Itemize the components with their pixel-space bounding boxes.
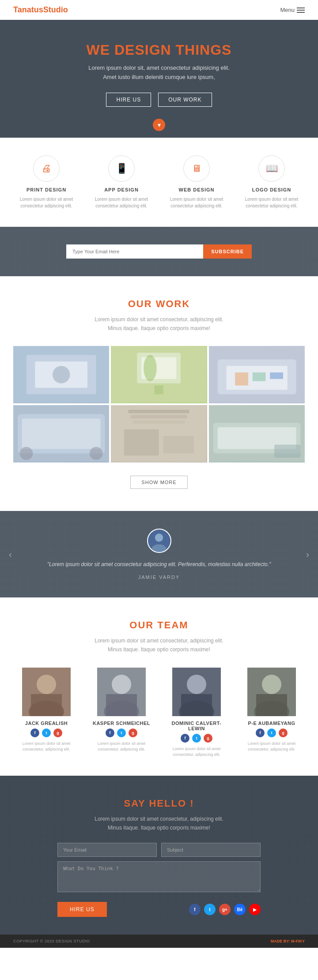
twitter-icon[interactable]: t (117, 728, 126, 737)
contact-hire-button[interactable]: HIRE US (57, 902, 107, 917)
hero-section: WE DESIGN THINGS Lorem ipsum dolor sit, … (0, 20, 318, 138)
logo-design-icon: 📖 (258, 155, 285, 182)
our-work-section: OUR WORK Lorem ipsum dolor sit amet cons… (0, 276, 318, 511)
subscribe-email-input[interactable] (66, 244, 203, 259)
googleplus-icon[interactable]: g (204, 734, 212, 743)
svg-rect-21 (129, 410, 189, 413)
portfolio-image-1 (13, 346, 109, 403)
twitter-icon[interactable]: t (192, 734, 201, 743)
service-item-logo: 📖 LOGO DESIGN Lorem ipsum dolor sit amet… (241, 155, 303, 209)
logo-text: Tanatus (13, 5, 43, 14)
team-desc-2: Lorem ipsum dolor sit amet consectetur, … (91, 741, 152, 753)
portfolio-item-1[interactable] (13, 346, 109, 403)
footer-social-icons: f t g+ Bē ▶ (189, 904, 261, 915)
svg-rect-25 (163, 436, 194, 454)
facebook-icon[interactable]: f (30, 728, 39, 737)
team-name-4: P-E AUBAMEYANG (241, 721, 303, 726)
contact-googleplus-icon[interactable]: g+ (219, 904, 231, 915)
testimonial-section: ‹ "Lorem ipsum dolor sit amet consectetu… (0, 511, 318, 597)
footer-made-by: MADE BY: M-FIKY (271, 939, 305, 943)
svg-rect-24 (124, 429, 159, 455)
hero-headline-accent: THINGS (176, 42, 232, 58)
our-team-section: OUR TEAM Lorem ipsum dolor sit amet cons… (0, 597, 318, 776)
contact-email-input[interactable] (57, 843, 157, 857)
portfolio-image-6 (209, 405, 305, 462)
portfolio-item-3[interactable] (209, 346, 305, 403)
facebook-icon[interactable]: f (256, 728, 265, 737)
svg-rect-36 (31, 694, 62, 716)
googleplus-icon[interactable]: g (53, 728, 62, 737)
footer-copyright: COPYRIGHT © 2020 DESIGN STUDIO (13, 939, 90, 943)
team-photo-3 (172, 668, 221, 716)
portfolio-image-5 (111, 405, 207, 462)
testimonial-quote: "Lorem ipsum dolor sit amet consectetur … (26, 560, 292, 569)
our-team-description: Lorem ipsum dolor sit amet consectetur, … (13, 636, 305, 654)
team-desc-3: Lorem ipsum dolor sit amet consectetur, … (166, 746, 227, 758)
team-member-4: P-E AUBAMEYANG f t g Lorem ipsum dolor s… (241, 668, 303, 758)
logo-design-title: LOGO DESIGN (252, 187, 292, 192)
svg-rect-23 (133, 421, 186, 424)
show-more-button[interactable]: SHOW MORE (130, 476, 187, 489)
footer: COPYRIGHT © 2020 DESIGN STUDIO MADE BY: … (0, 935, 318, 948)
testimonial-next-button[interactable]: › (306, 549, 309, 559)
our-team-title: OUR TEAM (13, 620, 305, 631)
svg-point-19 (90, 447, 103, 460)
scroll-down-button[interactable] (153, 119, 165, 131)
svg-point-8 (144, 355, 157, 381)
logo: TanatusStudio (13, 5, 68, 15)
hero-headline: WE DESIGN THINGS (87, 42, 232, 58)
team-name-3: DOMINIC CALVERT-LEWIN (166, 721, 227, 731)
contact-youtube-icon[interactable]: ▶ (249, 904, 261, 915)
print-design-desc: Lorem ipsum dolor sit amet consectetur a… (15, 196, 77, 209)
portfolio-image-3 (209, 346, 305, 403)
testimonial-prev-button[interactable]: ‹ (9, 549, 12, 559)
twitter-icon[interactable]: t (267, 728, 276, 737)
hire-us-button[interactable]: HIRE US (106, 93, 151, 107)
contact-facebook-icon[interactable]: f (189, 904, 201, 915)
service-item-app: 📱 APP DESIGN Lorem ipsum dolor sit amet … (91, 155, 152, 209)
services-section: 🖨 PRINT DESIGN Lorem ipsum dolor sit ame… (0, 138, 318, 227)
our-work-title: OUR WORK (13, 298, 305, 310)
twitter-icon[interactable]: t (42, 728, 51, 737)
footer-made-label: MADE BY: (271, 939, 290, 943)
team-desc-1: Lorem ipsum dolor sit amet consectetur, … (15, 741, 77, 753)
contact-behance-icon[interactable]: Bē (234, 904, 246, 915)
testimonial-avatar (147, 529, 171, 553)
form-footer: HIRE US f t g+ Bē ▶ (57, 902, 261, 917)
testimonial-author: JAMIE VARDY (26, 574, 292, 580)
contact-subject-input[interactable] (161, 843, 261, 857)
svg-point-38 (112, 675, 131, 694)
footer-made-accent: M-FIKY (291, 939, 305, 943)
our-work-button[interactable]: OUR WORK (158, 93, 212, 107)
svg-point-31 (155, 534, 163, 542)
svg-rect-22 (131, 415, 187, 419)
web-design-title: WEB DESIGN (179, 187, 215, 192)
svg-rect-7 (155, 386, 163, 394)
contact-twitter-icon[interactable]: t (204, 904, 216, 915)
portfolio-item-2[interactable] (111, 346, 207, 403)
menu-button[interactable]: Menu (280, 7, 305, 13)
portfolio-item-4[interactable] (13, 405, 109, 462)
header: TanatusStudio Menu (0, 0, 318, 20)
facebook-icon[interactable]: f (181, 734, 189, 743)
print-design-title: PRINT DESIGN (26, 187, 66, 192)
googleplus-icon[interactable]: g (129, 728, 137, 737)
print-design-icon: 🖨 (33, 155, 60, 182)
googleplus-icon[interactable]: g (279, 728, 288, 737)
web-design-desc: Lorem ipsum dolor sit amet consectetur a… (166, 196, 227, 209)
contact-title: SAY HELLO ! (13, 798, 305, 809)
subscribe-button[interactable]: SUBSCRIBE (203, 244, 252, 259)
team-photo-4 (247, 668, 296, 716)
contact-message-textarea[interactable] (57, 861, 261, 892)
contact-title-white: SAY (124, 798, 146, 809)
svg-rect-14 (270, 372, 283, 379)
svg-rect-17 (22, 419, 101, 449)
team-member-3: DOMINIC CALVERT-LEWIN f t g Lorem ipsum … (166, 668, 227, 758)
portfolio-item-5[interactable] (111, 405, 207, 462)
portfolio-item-6[interactable] (209, 405, 305, 462)
team-member-2: KASPER SCHMEICHEL f t g Lorem ipsum dolo… (91, 668, 152, 758)
svg-rect-44 (181, 694, 212, 716)
team-name-2: KASPER SCHMEICHEL (91, 721, 152, 726)
facebook-icon[interactable]: f (106, 728, 114, 737)
our-work-title-white: OUR (128, 298, 152, 309)
